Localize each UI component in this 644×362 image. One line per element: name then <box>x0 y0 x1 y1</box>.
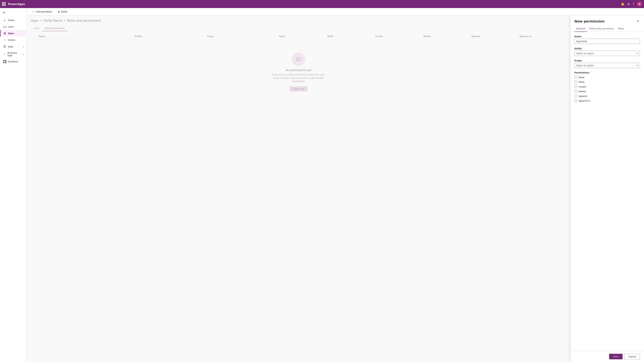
tab-entity-permissions[interactable]: Entity permissions <box>42 26 68 31</box>
col-append-to: Append to <box>518 35 566 37</box>
append-to-label: Append to <box>579 99 590 102</box>
create-label: Create <box>579 85 586 88</box>
business-logic-icon: ⚡ <box>3 53 6 56</box>
help-icon[interactable]: ? <box>632 2 634 6</box>
checkbox-create[interactable]: Create <box>574 85 640 88</box>
append-label: Append <box>579 95 587 97</box>
data-chevron-icon: ∨ <box>23 46 24 48</box>
gear-icon[interactable]: ⚙ <box>627 2 630 6</box>
col-checkbox <box>31 35 38 37</box>
permissions-section: Permissions Read Write Create <box>574 71 640 102</box>
avatar[interactable]: K <box>637 1 642 6</box>
col-create: Create <box>374 35 422 37</box>
panel-body: Name Entity Select an option Scope <box>570 32 644 351</box>
main-content: ＋ + New permission 🗑 Delete Apps > Porta… <box>27 8 644 362</box>
create-new-button[interactable]: Create new <box>290 86 308 91</box>
entity-label: Entity <box>574 47 640 50</box>
panel-footer: Save Cancel <box>570 351 644 362</box>
empty-icon-circle <box>292 52 305 66</box>
panel-close-button[interactable]: ✕ <box>636 19 640 24</box>
panel-tab-child-entity[interactable]: Child entity permission <box>587 26 616 32</box>
learn-icon: 📖 <box>3 25 6 28</box>
create-icon: ＋ <box>3 38 6 42</box>
entity-tabs: Roles Entity permissions <box>31 26 566 31</box>
name-label: Name <box>574 35 640 38</box>
sidebar-item-learn[interactable]: 📖 Learn <box>0 23 27 30</box>
col-delete: Delete <box>422 35 470 37</box>
business-logic-chevron-icon: ∨ <box>23 53 24 55</box>
sidebar: ≡ ⌂ Home 📖 Learn ⊞ Apps ＋ Create 🗄 Data … <box>0 8 27 362</box>
append-checkbox[interactable] <box>574 95 577 97</box>
command-bar: ＋ + New permission 🗑 Delete <box>27 8 644 15</box>
checkbox-delete[interactable]: Delete <box>574 90 640 93</box>
solutions-icon: 🔲 <box>3 60 6 63</box>
delete-icon: 🗑 <box>58 10 60 13</box>
apps-icon: ⊞ <box>3 32 6 35</box>
col-read: Read <box>278 35 326 37</box>
checkbox-write[interactable]: Write <box>574 81 640 83</box>
bell-icon[interactable]: 🔔 <box>621 2 624 6</box>
sidebar-item-home[interactable]: ⌂ Home <box>0 17 27 23</box>
entity-field-group: Entity Select an option <box>574 47 640 56</box>
empty-desc: There are no entity permissions created … <box>270 73 327 83</box>
append-to-checkbox[interactable] <box>574 99 577 102</box>
panel-tab-roles[interactable]: Roles <box>616 26 626 32</box>
empty-state: No permissions yet There are no entity p… <box>31 39 566 105</box>
empty-title: No permissions yet <box>286 68 311 72</box>
page-area: Apps > Portal Name > Roles and permissio… <box>27 15 644 362</box>
waffle-menu[interactable] <box>2 2 6 6</box>
col-scope: Scope <box>206 35 278 37</box>
home-icon: ⌂ <box>3 18 6 22</box>
checkbox-append-to[interactable]: Append to <box>574 99 640 102</box>
panel-tabs: General Child entity permission Roles <box>570 26 644 32</box>
svg-point-1 <box>298 58 299 59</box>
cancel-button[interactable]: Cancel <box>624 354 640 359</box>
write-label: Write <box>579 81 584 83</box>
col-entity: Entity <box>134 35 206 37</box>
new-permission-button[interactable]: ＋ + New permission <box>30 9 54 14</box>
breadcrumb-current: Roles and permissions <box>67 19 101 22</box>
col-append: Append <box>470 35 518 37</box>
scope-label: Scope <box>574 59 640 62</box>
main-layout: ≡ ⌂ Home 📖 Learn ⊞ Apps ＋ Create 🗄 Data … <box>0 8 644 362</box>
panel-title: New permission <box>574 19 604 23</box>
write-checkbox[interactable] <box>574 81 577 83</box>
name-field-group: Name <box>574 35 640 44</box>
page-content: Apps > Portal Name > Roles and permissio… <box>27 15 570 362</box>
table-header: Name Entity Scope Read Write Create Dele… <box>31 34 566 39</box>
name-input[interactable] <box>574 39 640 44</box>
sidebar-item-apps[interactable]: ⊞ Apps <box>0 30 27 36</box>
save-button[interactable]: Save <box>609 354 622 359</box>
topbar-actions: 🔔 ⚙ ? K <box>621 1 642 6</box>
checkbox-read[interactable]: Read <box>574 76 640 79</box>
scope-select[interactable]: Select an option <box>574 63 640 68</box>
tab-roles[interactable]: Roles <box>31 26 42 31</box>
checkbox-append[interactable]: Append <box>574 95 640 97</box>
entity-select[interactable]: Select an option <box>574 51 640 56</box>
permissions-label: Permissions <box>574 71 640 74</box>
sidebar-toggle[interactable]: ≡ <box>0 9 27 15</box>
sidebar-item-data[interactable]: 🗄 Data ∨ <box>0 43 27 50</box>
sidebar-item-business-logic[interactable]: ⚡ Business logic ∨ <box>0 50 27 58</box>
delete-label: Delete <box>579 90 586 93</box>
scope-field-group: Scope Select an option <box>574 59 640 68</box>
create-checkbox[interactable] <box>574 85 577 88</box>
panel-tab-general[interactable]: General <box>574 26 587 32</box>
sidebar-item-solutions[interactable]: 🔲 Solutions <box>0 58 27 65</box>
col-name[interactable]: Name <box>38 35 134 37</box>
app-title: PowerApps <box>8 2 25 6</box>
breadcrumb: Apps > Portal Name > Roles and permissio… <box>31 19 566 22</box>
topbar: PowerApps 🔔 ⚙ ? K <box>0 0 644 8</box>
delete-button[interactable]: 🗑 Delete <box>56 10 69 14</box>
sidebar-item-create[interactable]: ＋ Create <box>0 36 27 43</box>
add-icon: ＋ <box>32 10 34 13</box>
breadcrumb-apps[interactable]: Apps <box>31 19 38 22</box>
side-panel: New permission ✕ General Child entity pe… <box>570 15 644 362</box>
breadcrumb-portal[interactable]: Portal Name <box>44 19 62 22</box>
read-checkbox[interactable] <box>574 76 577 79</box>
col-write: Write <box>326 35 374 37</box>
delete-checkbox[interactable] <box>574 90 577 93</box>
panel-header: New permission ✕ <box>570 15 644 24</box>
learn-more-link[interactable]: Learn more <box>292 80 305 82</box>
read-label: Read <box>579 76 584 79</box>
